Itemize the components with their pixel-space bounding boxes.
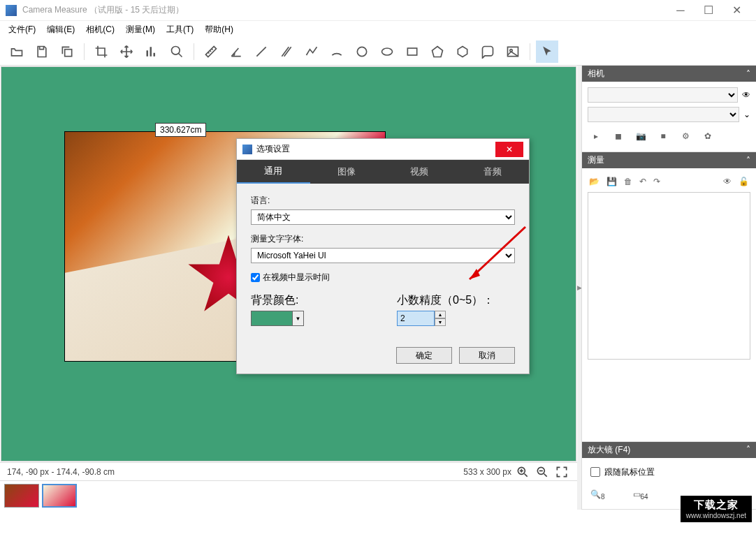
window-title: Camera Measure （试用版 - 15 天后过期） (22, 4, 667, 16)
copy-button[interactable] (56, 40, 78, 63)
svg-point-3 (382, 48, 393, 55)
bg-color-picker[interactable] (251, 311, 293, 326)
line-button[interactable] (250, 40, 272, 63)
show-time-checkbox[interactable] (251, 273, 260, 282)
menu-measure[interactable]: 测量(M) (120, 22, 161, 37)
precision-input[interactable] (397, 311, 435, 326)
zoom-out-icon[interactable] (534, 464, 551, 480)
open-icon[interactable]: 📂 (589, 177, 599, 186)
chevron-down-icon[interactable]: ⌄ (743, 110, 750, 119)
undo-icon[interactable]: ↶ (639, 177, 646, 186)
precision-down[interactable]: ▼ (435, 318, 446, 326)
status-coords: 174, -90 px - 174.4, -90.8 cm (7, 467, 115, 477)
arc-button[interactable] (326, 40, 348, 63)
menu-edit[interactable]: 编辑(E) (41, 22, 80, 37)
ruler-button[interactable] (200, 40, 222, 63)
close-button[interactable]: ✕ (722, 0, 750, 21)
settings-icon[interactable]: ⚙ (678, 129, 692, 143)
open-button[interactable] (6, 40, 28, 63)
camera-select[interactable] (588, 87, 738, 103)
ok-button[interactable]: 确定 (396, 347, 452, 364)
crop-button[interactable] (90, 40, 112, 63)
bg-color-dropdown[interactable]: ▼ (293, 311, 304, 326)
menu-file[interactable]: 文件(F) (3, 22, 41, 37)
svg-point-2 (357, 47, 366, 56)
show-time-label: 在视频中显示时间 (263, 272, 330, 283)
precision-up[interactable]: ▲ (435, 311, 446, 318)
measurement-list[interactable] (588, 192, 750, 360)
text-button[interactable] (477, 40, 499, 63)
dialog-title: 选项设置 (256, 143, 495, 155)
menu-tool[interactable]: 工具(T) (161, 22, 199, 37)
measurement-label: 330.627cm (155, 123, 206, 137)
menu-camera[interactable]: 相机(C) (80, 22, 120, 37)
language-label: 语言: (251, 195, 515, 207)
maximize-button[interactable]: ☐ (695, 0, 722, 21)
lock-icon[interactable]: 🔓 (739, 177, 749, 186)
rect-button[interactable] (401, 40, 423, 63)
thumbnail[interactable] (4, 484, 39, 508)
zoom-in-icon[interactable] (514, 464, 531, 480)
collapse-icon: ˄ (746, 445, 750, 455)
move-button[interactable] (115, 40, 138, 63)
thumbnail[interactable] (42, 484, 77, 508)
app-logo-icon (6, 5, 17, 16)
collapse-icon: ˄ (746, 156, 750, 165)
eye-icon[interactable]: 👁 (742, 90, 750, 100)
svg-point-1 (172, 46, 180, 54)
image-button[interactable] (502, 40, 524, 63)
play-icon[interactable]: ▸ (589, 129, 603, 143)
circle-button[interactable] (351, 40, 373, 63)
dialog-close-button[interactable]: ✕ (495, 142, 523, 157)
options-dialog: 选项设置 ✕ 通用 图像 视频 音频 语言: 简体中文 测量文字字体: Micr… (236, 138, 530, 374)
record-icon[interactable]: ■ (656, 129, 670, 143)
ellipse-button[interactable] (376, 40, 398, 63)
parallel-button[interactable] (275, 40, 298, 63)
bg-color-label: 背景颜色: (251, 294, 298, 306)
polyline-button[interactable] (300, 40, 323, 63)
status-size: 533 x 300 px (463, 467, 511, 477)
font-label: 测量文字字体: (251, 233, 515, 245)
delete-icon[interactable]: 🗑 (624, 177, 632, 186)
checkbox-icon (590, 467, 600, 477)
save-button[interactable] (31, 40, 53, 63)
pentagon-button[interactable] (426, 40, 449, 63)
cancel-button[interactable]: 取消 (459, 347, 515, 364)
measure-panel-header[interactable]: 测量˄ (582, 152, 756, 168)
titlebar: Camera Measure （试用版 - 15 天后过期） ─ ☐ ✕ (0, 0, 756, 21)
side-panel: 相机˄ 👁 ⌄ ▸ ◼ 📷 ■ ⚙ ✿ 测量˄ � (581, 66, 756, 510)
zoom-button[interactable] (166, 40, 188, 63)
toolbar (0, 38, 756, 66)
redo-icon[interactable]: ↷ (653, 177, 660, 186)
zoom-max-icon[interactable]: ▭64 (633, 489, 648, 501)
zoom-min-icon[interactable]: 🔍8 (590, 489, 605, 501)
menu-help[interactable]: 帮助(H) (199, 22, 239, 37)
pointer-button[interactable] (536, 40, 558, 63)
tab-audio[interactable]: 音频 (456, 160, 530, 184)
language-select[interactable]: 简体中文 (251, 209, 515, 225)
watermark: 下载之家 www.windowszj.net (681, 496, 752, 522)
angle-button[interactable] (225, 40, 247, 63)
minimize-button[interactable]: ─ (667, 0, 695, 21)
resolution-select[interactable] (588, 107, 739, 122)
visibility-icon[interactable]: 👁 (723, 177, 732, 186)
statusbar: 174, -90 px - 174.4, -90.8 cm 533 x 300 … (0, 462, 577, 480)
menubar: 文件(F) 编辑(E) 相机(C) 测量(M) 工具(T) 帮助(H) (0, 21, 756, 38)
font-select[interactable]: Microsoft YaHei UI (251, 248, 515, 263)
stop-icon[interactable]: ◼ (611, 129, 625, 143)
camera-panel-header[interactable]: 相机˄ (582, 66, 756, 82)
snapshot-icon[interactable]: 📷 (634, 129, 648, 143)
gear-icon[interactable]: ✿ (701, 129, 715, 143)
svg-rect-0 (65, 49, 72, 56)
magnifier-panel-header[interactable]: 放大镜 (F4)˄ (582, 442, 756, 458)
histogram-button[interactable] (140, 40, 163, 63)
polygon-button[interactable] (451, 40, 474, 63)
tab-video[interactable]: 视频 (383, 160, 456, 184)
tab-general[interactable]: 通用 (237, 160, 310, 184)
svg-rect-4 (407, 48, 416, 55)
thumbnail-bar (0, 480, 577, 510)
tab-image[interactable]: 图像 (310, 160, 384, 184)
follow-mouse-checkbox[interactable]: 跟随鼠标位置 (590, 466, 748, 478)
fullscreen-icon[interactable] (553, 464, 570, 480)
save-icon[interactable]: 💾 (606, 177, 617, 186)
